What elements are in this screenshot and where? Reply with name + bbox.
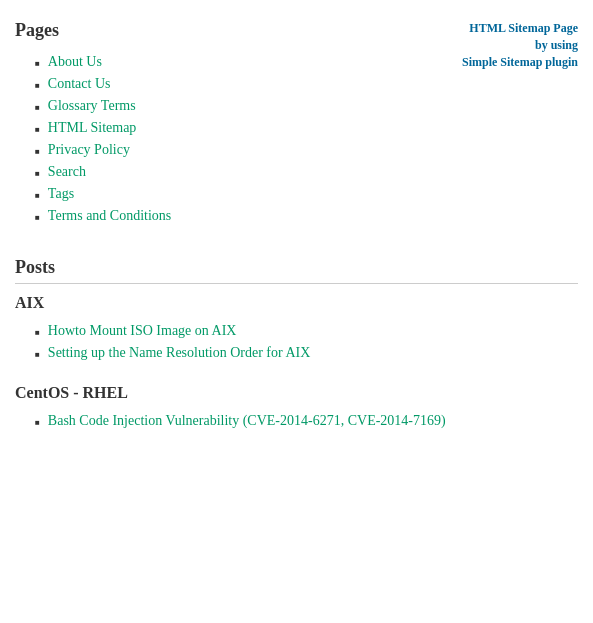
centos-category-title: CentOS - RHEL [15, 384, 578, 402]
top-note: HTML Sitemap Page by using Simple Sitema… [462, 20, 578, 70]
glossary-terms-link[interactable]: Glossary Terms [48, 98, 136, 114]
howto-mount-iso-link[interactable]: Howto Mount ISO Image on AIX [48, 323, 237, 339]
list-item: Privacy Policy [15, 139, 578, 161]
pages-list: About Us Contact Us Glossary Terms HTML … [15, 51, 578, 227]
aix-category-title: AIX [15, 294, 578, 312]
posts-section: Posts AIX Howto Mount ISO Image on AIX S… [15, 257, 578, 432]
search-link[interactable]: Search [48, 164, 86, 180]
aix-section: AIX Howto Mount ISO Image on AIX Setting… [15, 294, 578, 364]
list-item: Glossary Terms [15, 95, 578, 117]
top-note-line3: Simple Sitemap plugin [462, 55, 578, 69]
contact-us-link[interactable]: Contact Us [48, 76, 111, 92]
about-us-link[interactable]: About Us [48, 54, 102, 70]
list-item: Search [15, 161, 578, 183]
privacy-policy-link[interactable]: Privacy Policy [48, 142, 130, 158]
name-resolution-link[interactable]: Setting up the Name Resolution Order for… [48, 345, 310, 361]
html-sitemap-link[interactable]: HTML Sitemap [48, 120, 137, 136]
list-item: Contact Us [15, 73, 578, 95]
list-item: Bash Code Injection Vulnerability (CVE-2… [15, 410, 578, 432]
top-note-line2: by using [535, 38, 578, 52]
top-note-line1: HTML Sitemap Page [469, 21, 578, 35]
list-item: Terms and Conditions [15, 205, 578, 227]
centos-section: CentOS - RHEL Bash Code Injection Vulner… [15, 384, 578, 432]
list-item: Setting up the Name Resolution Order for… [15, 342, 578, 364]
bash-injection-link[interactable]: Bash Code Injection Vulnerability (CVE-2… [48, 413, 446, 429]
posts-title: Posts [15, 257, 578, 284]
list-item: Howto Mount ISO Image on AIX [15, 320, 578, 342]
list-item: HTML Sitemap [15, 117, 578, 139]
terms-conditions-link[interactable]: Terms and Conditions [48, 208, 171, 224]
tags-link[interactable]: Tags [48, 186, 74, 202]
main-container: HTML Sitemap Page by using Simple Sitema… [0, 10, 593, 462]
list-item: Tags [15, 183, 578, 205]
centos-list: Bash Code Injection Vulnerability (CVE-2… [15, 410, 578, 432]
aix-list: Howto Mount ISO Image on AIX Setting up … [15, 320, 578, 364]
